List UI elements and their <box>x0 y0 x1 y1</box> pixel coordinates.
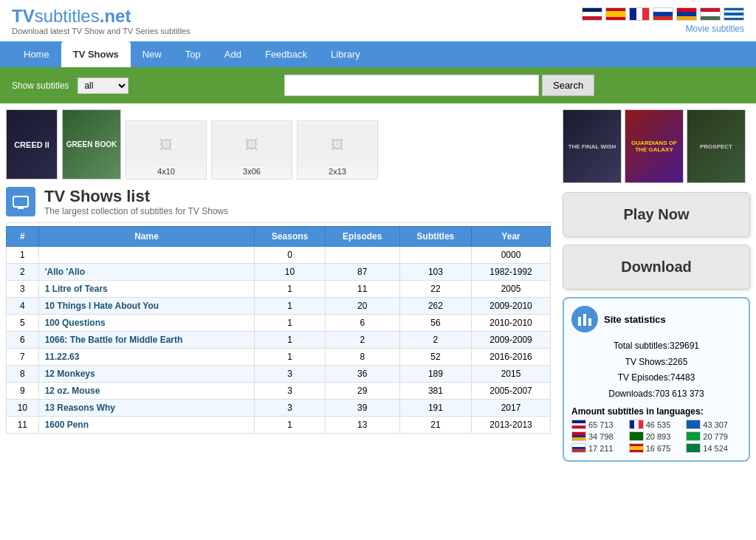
cell-num: 10 <box>7 400 39 417</box>
flag-russian[interactable] <box>653 7 673 21</box>
stats-header: Site statistics <box>571 306 741 332</box>
table-row: 100000 <box>7 247 551 264</box>
nav-top[interactable]: Top <box>173 41 213 67</box>
tv-shows-title: TV Shows list <box>44 187 228 206</box>
poster-prospect[interactable]: PROSPECT <box>687 109 746 183</box>
stat-episodes: TV Episodes:74483 <box>571 370 741 386</box>
nav-new[interactable]: New <box>131 41 173 67</box>
left-content: CREED II GREEN BOOK 🖼 4x10 🖼 3x06 🖼 2x13 <box>0 103 557 468</box>
main: CREED II GREEN BOOK 🖼 4x10 🖼 3x06 🖼 2x13 <box>0 103 756 468</box>
cell-name: 100 Questions <box>38 315 255 332</box>
cell-seasons: 3 <box>255 400 325 417</box>
cell-subtitles: 21 <box>399 417 471 434</box>
show-link[interactable]: 11.22.63 <box>45 352 80 362</box>
cell-subtitles <box>399 247 471 264</box>
show-link[interactable]: 12 oz. Mouse <box>45 386 100 396</box>
episode-label-1: 4x10 <box>157 167 175 179</box>
cell-num: 9 <box>7 383 39 400</box>
table-row: 61066: The Battle for Middle Earth122200… <box>7 332 551 349</box>
show-link[interactable]: 1 Litre of Tears <box>45 284 108 294</box>
flag-spanish[interactable] <box>605 7 626 21</box>
banner-episode-2[interactable]: 🖼 3x06 <box>211 120 292 180</box>
poster-guardians[interactable]: GUARDIANS OF THE GALAXY <box>625 109 684 183</box>
episode-label-2: 3x06 <box>243 167 261 179</box>
table-row: 912 oz. Mouse3293812005-2007 <box>7 383 551 400</box>
banner-episode-3[interactable]: 🖼 2x13 <box>297 120 378 180</box>
show-subtitles-select[interactable]: all english <box>78 78 128 94</box>
cell-num: 8 <box>7 366 39 383</box>
cell-seasons: 1 <box>255 298 325 315</box>
play-now-button[interactable]: Play Now <box>563 192 750 237</box>
logo-area: TVsubtitles.net Download latest TV Show … <box>12 6 190 35</box>
show-link[interactable]: 13 Reasons Why <box>45 403 115 413</box>
stat-downloads: Downloads:703 613 373 <box>571 386 741 403</box>
cell-episodes: 36 <box>325 366 399 383</box>
lang-spanish: 16 675 <box>629 443 684 453</box>
cell-name: 11.22.63 <box>38 349 255 366</box>
cell-year: 2009-2010 <box>472 298 551 315</box>
search-input-wrap: Search <box>134 75 744 96</box>
nav-feedback[interactable]: Feedback <box>253 41 319 67</box>
search-button[interactable]: Search <box>542 75 594 96</box>
cell-name: 1066: The Battle for Middle Earth <box>38 332 255 349</box>
show-link[interactable]: 100 Questions <box>45 318 106 328</box>
cell-episodes: 13 <box>325 417 399 434</box>
nav-tvshows[interactable]: TV Shows <box>61 41 131 67</box>
logo[interactable]: TVsubtitles.net <box>12 6 190 27</box>
show-link[interactable]: 'Allo 'Allo <box>45 267 85 277</box>
banner-creed[interactable]: CREED II <box>6 109 58 180</box>
cell-year: 2013-2013 <box>472 417 551 434</box>
col-num: # <box>7 227 39 247</box>
table-row: 812 Monkeys3361892015 <box>7 366 551 383</box>
show-link[interactable]: 1600 Penn <box>45 420 89 430</box>
logo-subtitle: Download latest TV Show and TV Series su… <box>12 27 190 35</box>
flag-armenian[interactable] <box>676 7 697 21</box>
cell-subtitles: 189 <box>399 366 471 383</box>
tv-shows-section: TV Shows list The largest collection of … <box>6 187 551 434</box>
banner-greenbook[interactable]: GREEN BOOK <box>62 109 121 180</box>
stats-icon <box>571 306 598 332</box>
tv-shows-subtitle: The largest collection of subtitles for … <box>44 206 228 216</box>
svg-rect-3 <box>578 317 581 326</box>
cell-seasons: 10 <box>255 264 325 281</box>
tv-shows-header: TV Shows list The largest collection of … <box>6 187 551 223</box>
cell-name: 'Allo 'Allo <box>38 264 255 281</box>
flag-greek[interactable] <box>724 7 744 21</box>
movie-posters: THE FINAL WISH GUARDIANS OF THE GALAXY P… <box>563 109 750 183</box>
movie-subtitles-link[interactable]: Movie subtitles <box>686 24 744 34</box>
cell-num: 4 <box>7 298 39 315</box>
nav-library[interactable]: Library <box>319 41 372 67</box>
cell-episodes: 20 <box>325 298 399 315</box>
poster-final-wish[interactable]: THE FINAL WISH <box>563 109 622 183</box>
banner-episode-1[interactable]: 🖼 4x10 <box>126 120 207 180</box>
search-bar: Show subtitles all english Search <box>0 67 756 103</box>
cell-num: 2 <box>7 264 39 281</box>
flags <box>582 7 744 21</box>
shows-table: # Name Seasons Episodes Subtitles Year 1… <box>6 226 551 434</box>
show-link[interactable]: 1066: The Battle for Middle Earth <box>45 335 183 345</box>
cell-name: 13 Reasons Why <box>38 400 255 417</box>
cell-episodes: 11 <box>325 281 399 298</box>
flag-english[interactable] <box>582 7 602 21</box>
lang-grid: 65 713 46 535 43 307 34 798 20 893 <box>571 420 741 453</box>
nav: Home TV Shows New Top Add Feedback Libra… <box>0 41 756 67</box>
show-link[interactable]: 10 Things I Hate About You <box>45 301 159 311</box>
lang-french: 46 535 <box>629 420 684 429</box>
cell-seasons: 1 <box>255 417 325 434</box>
logo-suffix: .net <box>100 6 131 26</box>
flag-french[interactable] <box>629 7 650 21</box>
cell-year: 1982-1992 <box>472 264 551 281</box>
tv-shows-title-area: TV Shows list The largest collection of … <box>44 187 228 216</box>
show-link[interactable]: 12 Monkeys <box>45 369 95 379</box>
search-input[interactable] <box>284 75 539 96</box>
nav-add[interactable]: Add <box>213 41 253 67</box>
stat-tvshows: TV Shows:2265 <box>571 355 741 371</box>
cell-year: 2009-2009 <box>472 332 551 349</box>
download-button[interactable]: Download <box>563 245 750 290</box>
cell-year: 0000 <box>472 247 551 264</box>
flag-hungarian[interactable] <box>700 7 721 21</box>
stats-box: Site statistics Total subtitles:329691 T… <box>563 297 750 462</box>
nav-home[interactable]: Home <box>12 41 61 67</box>
table-row: 2'Allo 'Allo10871031982-1992 <box>7 264 551 281</box>
stats-items: Total subtitles:329691 TV Shows:2265 TV … <box>571 338 741 402</box>
